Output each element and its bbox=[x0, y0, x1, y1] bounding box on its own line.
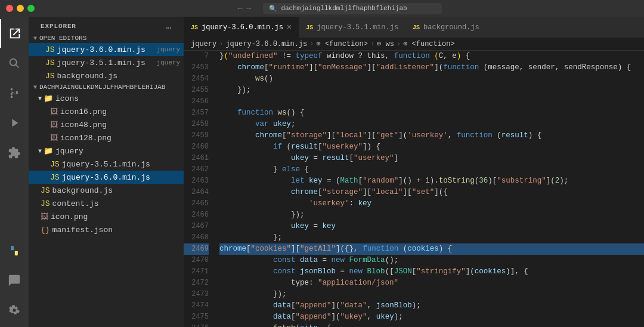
activity-debug-icon[interactable] bbox=[0, 109, 29, 137]
json-file-icon: {} bbox=[41, 226, 50, 235]
sidebar-item-manifest[interactable]: {} manifest.json bbox=[29, 223, 184, 236]
png-file-icon: 🖼 bbox=[50, 134, 58, 143]
arrow-down-icon3: ▼ bbox=[38, 95, 42, 102]
main-layout: EXPLORER … ▼ OPEN EDITORS JS jquery-3.6.… bbox=[0, 17, 644, 327]
sidebar-item-icons-folder[interactable]: ▼ 📁 icons bbox=[29, 92, 184, 105]
code-line-highlighted: ● chrome["cookies"]["getAll"]({}, functi… bbox=[219, 243, 644, 255]
close-button[interactable] bbox=[6, 5, 13, 12]
code-line: let key = (Math["random"]() + 1).toStrin… bbox=[219, 175, 644, 187]
tab-label: background.js bbox=[423, 23, 479, 32]
sidebar-item-content[interactable]: JS content.js bbox=[29, 197, 184, 210]
back-arrow-icon[interactable]: ← bbox=[238, 4, 243, 13]
breadcrumb-fn1: ⊕ <function> bbox=[316, 39, 367, 48]
search-bar[interactable]: 🔍 dachmjaingllkdmljlfhaphbflehijab bbox=[263, 3, 442, 14]
code-line: const jsonBlob = new Blob([JSON["stringi… bbox=[219, 266, 644, 277]
sidebar-item-name: icon128.png bbox=[60, 134, 112, 143]
sidebar-item-name: manifest.json bbox=[52, 226, 113, 235]
sidebar-item-name: jquery-3.6.0.min.js bbox=[57, 45, 157, 54]
code-line: data["append"]("data", jsonBlob); bbox=[219, 300, 644, 311]
folder-icon2: 📁 bbox=[44, 146, 53, 156]
arrow-down-icon4: ▼ bbox=[38, 148, 42, 155]
code-line: } else { bbox=[219, 164, 644, 175]
code-line: chrome["storage"]["local"]["get"]('userk… bbox=[219, 130, 644, 141]
tab-close-icon[interactable]: × bbox=[287, 23, 292, 32]
sidebar-item-background[interactable]: JS background.js bbox=[29, 184, 184, 197]
tabs-bar: JS jquery-3.6.0.min.js × JS jquery-3.5.1… bbox=[184, 17, 644, 38]
sidebar-section-workspace[interactable]: ▼ DACHMJAINGLLKDMLJLFHAPHBFLEHIJAB bbox=[29, 82, 184, 92]
sidebar-item-jquery-folder[interactable]: ▼ 📁 jquery bbox=[29, 144, 184, 158]
sidebar-title: EXPLORER bbox=[41, 23, 76, 30]
sidebar-item-name: background.js bbox=[57, 72, 117, 81]
minimize-button[interactable] bbox=[17, 5, 24, 12]
folder-icon: 📁 bbox=[44, 94, 53, 103]
code-line: 'userkey': key bbox=[219, 198, 644, 209]
tab-js-icon: JS bbox=[306, 24, 313, 31]
sidebar-item-name: background.js bbox=[52, 186, 113, 195]
sidebar-item-icon128[interactable]: 🖼 icon128.png bbox=[29, 131, 184, 144]
code-line: }("undefined" != typeof window ? this, f… bbox=[219, 51, 644, 62]
code-line: }); bbox=[219, 209, 644, 221]
breadcrumb-sep: › bbox=[219, 40, 223, 48]
sidebar-header-icons[interactable]: … bbox=[166, 21, 172, 31]
sidebar-section-label-text: OPEN EDITORS bbox=[39, 35, 86, 42]
sidebar-item-jquery351[interactable]: JS jquery-3.5.1.min.js bbox=[29, 158, 184, 171]
code-line: chrome["runtime"]["onMessage"]["addListe… bbox=[219, 62, 644, 73]
tab-js-icon: JS bbox=[191, 24, 198, 31]
activity-bar bbox=[0, 17, 29, 327]
tab-label: jquery-3.5.1.min.js bbox=[317, 23, 398, 32]
activity-bar-bottom bbox=[0, 236, 29, 327]
svg-line-1 bbox=[16, 64, 18, 67]
activity-explorer-icon[interactable] bbox=[0, 19, 29, 48]
arrow-down-icon: ▼ bbox=[33, 35, 37, 42]
code-line: }); bbox=[219, 85, 644, 96]
search-text: dachmjaingllkdmljlfhaphbflehijab bbox=[281, 5, 407, 12]
svg-point-0 bbox=[10, 59, 17, 66]
sidebar-item-background-open[interactable]: JS background.js bbox=[29, 69, 184, 82]
code-line: type: "application/json" bbox=[219, 277, 644, 289]
code-line: var ukey; bbox=[219, 119, 644, 130]
js-file-icon: JS bbox=[45, 72, 55, 81]
sidebar-item-jquery351-open[interactable]: JS jquery-3.5.1.min.js jquery bbox=[29, 56, 184, 69]
tab-jquery351[interactable]: JS jquery-3.5.1.min.js bbox=[299, 17, 405, 38]
sidebar-item-name: jquery-3.5.1.min.js bbox=[57, 58, 157, 67]
activity-extensions-icon[interactable] bbox=[0, 138, 29, 167]
code-line: function ws() { bbox=[219, 107, 644, 119]
sidebar-item-icon-png[interactable]: 🖼 icon.png bbox=[29, 210, 184, 223]
breadcrumb-jquery: jquery bbox=[191, 40, 216, 48]
sidebar-item-icon48[interactable]: 🖼 icon48.png bbox=[29, 118, 184, 131]
sidebar-item-jquery360[interactable]: JS jquery-3.6.0.min.js jquery bbox=[29, 43, 184, 56]
activity-python-icon[interactable] bbox=[0, 236, 29, 265]
breadcrumb-sep: › bbox=[397, 40, 401, 48]
sidebar-workspace-label: DACHMJAINGLLKDMLJLFHAPHBFLEHIJAB bbox=[39, 84, 165, 91]
sidebar-item-name: icon48.png bbox=[60, 121, 107, 129]
tab-js-icon: JS bbox=[413, 24, 420, 31]
sidebar-item-name: icon16.png bbox=[60, 107, 107, 116]
tab-jquery360[interactable]: JS jquery-3.6.0.min.js × bbox=[184, 17, 299, 38]
sidebar-item-tag: jquery bbox=[156, 59, 180, 66]
code-line: }; bbox=[219, 232, 644, 243]
search-icon: 🔍 bbox=[269, 5, 277, 13]
new-file-icon[interactable]: … bbox=[166, 21, 172, 31]
png-file-icon: 🖼 bbox=[50, 121, 58, 129]
sidebar-item-icon16[interactable]: 🖼 icon16.png bbox=[29, 105, 184, 118]
activity-settings-icon[interactable] bbox=[0, 296, 29, 325]
sidebar-section-open-editors[interactable]: ▼ OPEN EDITORS bbox=[29, 33, 184, 43]
tab-background[interactable]: JS background.js bbox=[405, 17, 487, 38]
maximize-button[interactable] bbox=[27, 5, 35, 12]
code-line: ws() bbox=[219, 73, 644, 85]
code-line: ukey = result["userkey"] bbox=[219, 153, 644, 164]
code-area[interactable]: }("undefined" != typeof window ? this, f… bbox=[213, 51, 644, 327]
editor-content: 7 2453 2454 2455 2456 2457 2458 2459 246… bbox=[184, 51, 644, 327]
sidebar-item-jquery360-tree[interactable]: JS jquery-3.6.0.min.js bbox=[29, 171, 184, 184]
sidebar-item-name: icon.png bbox=[51, 212, 88, 221]
activity-search-icon[interactable] bbox=[0, 49, 29, 78]
sidebar-item-name: jquery-3.5.1.min.js bbox=[62, 160, 150, 169]
breadcrumb: jquery › jquery-3.6.0.min.js › ⊕ <functi… bbox=[184, 38, 644, 51]
activity-scm-icon[interactable] bbox=[0, 79, 29, 107]
code-line: chrome["storage"]["local"]["set"]({ bbox=[219, 187, 644, 198]
title-bar: ← → 🔍 dachmjaingllkdmljlfhaphbflehijab bbox=[0, 0, 644, 17]
breadcrumb-file: jquery-3.6.0.min.js bbox=[225, 40, 307, 48]
forward-arrow-icon[interactable]: → bbox=[246, 4, 251, 13]
sidebar-item-name: icons bbox=[55, 94, 79, 103]
activity-feedback-icon[interactable] bbox=[0, 266, 29, 295]
